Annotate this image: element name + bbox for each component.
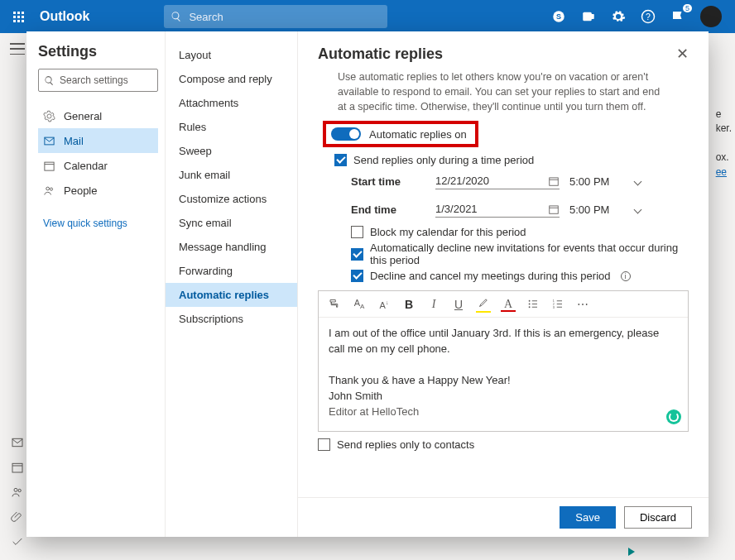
auto-replies-toggle[interactable] bbox=[331, 127, 361, 141]
checkbox-decline-label: Automatically decline new invitations fo… bbox=[370, 242, 689, 266]
close-icon[interactable]: ✕ bbox=[676, 45, 689, 63]
notifications-icon[interactable]: 5 bbox=[670, 9, 685, 24]
italic-icon[interactable]: I bbox=[426, 298, 441, 311]
nav-general[interactable]: General bbox=[38, 103, 158, 128]
ad-indicator-icon bbox=[628, 548, 635, 556]
checkbox-block-label: Block my calendar for this period bbox=[370, 226, 526, 238]
editor-signature-name: John Smith bbox=[329, 389, 678, 404]
more-icon[interactable]: ⋯ bbox=[575, 298, 590, 311]
start-time-input[interactable]: 5:00 PM bbox=[569, 175, 644, 188]
settings-gear-icon[interactable] bbox=[611, 9, 626, 24]
checkbox-contacts-label: Send replies only to contacts bbox=[337, 438, 474, 451]
svg-rect-3 bbox=[590, 14, 594, 19]
save-button[interactable]: Save bbox=[560, 506, 616, 529]
account-avatar[interactable] bbox=[700, 6, 722, 27]
pane-title: Automatic replies bbox=[318, 45, 443, 63]
end-time-label: End time bbox=[351, 203, 425, 216]
highlight-icon[interactable] bbox=[476, 296, 491, 312]
mail-icon bbox=[43, 135, 55, 147]
underline-icon[interactable]: U bbox=[451, 298, 466, 311]
nav-people[interactable]: People bbox=[38, 178, 158, 203]
chevron-down-icon bbox=[634, 205, 642, 213]
checkbox-cancel-meetings[interactable] bbox=[351, 270, 363, 282]
subnav-compose[interactable]: Compose and reply bbox=[166, 67, 297, 91]
svg-point-10 bbox=[18, 489, 21, 491]
app-launcher-icon[interactable] bbox=[7, 5, 30, 28]
svg-rect-6 bbox=[12, 438, 22, 446]
svg-rect-18 bbox=[550, 206, 559, 213]
view-quick-settings-link[interactable]: View quick settings bbox=[38, 211, 158, 236]
subnav-junk[interactable]: Junk email bbox=[166, 163, 297, 187]
discard-button[interactable]: Discard bbox=[624, 506, 692, 529]
settings-modal: Settings Search settings General Mail Ca… bbox=[26, 31, 709, 537]
end-time-input[interactable]: 5:00 PM bbox=[569, 203, 644, 216]
global-search[interactable]: Search bbox=[164, 5, 387, 28]
subnav-rules[interactable]: Rules bbox=[166, 115, 297, 139]
end-date-input[interactable]: 1/3/2021 bbox=[435, 201, 560, 218]
font-color-icon[interactable]: A bbox=[501, 298, 516, 311]
auto-replies-toggle-label: Automatic replies on bbox=[369, 128, 467, 141]
help-icon[interactable]: ? bbox=[641, 9, 656, 24]
global-search-placeholder: Search bbox=[189, 11, 223, 23]
subnav-sweep[interactable]: Sweep bbox=[166, 139, 297, 163]
svg-rect-12 bbox=[45, 162, 54, 170]
todo-rail-icon[interactable] bbox=[11, 535, 24, 548]
start-date-input[interactable]: 12/21/2020 bbox=[435, 173, 560, 189]
people-rail-icon[interactable] bbox=[11, 486, 24, 499]
font-increase-icon[interactable]: AA bbox=[352, 298, 367, 310]
start-time-label: Start time bbox=[351, 175, 425, 188]
subnav-customize[interactable]: Customize actions bbox=[166, 187, 297, 211]
teams-icon[interactable] bbox=[581, 9, 596, 24]
number-list-icon[interactable]: 123 bbox=[550, 298, 565, 310]
svg-point-9 bbox=[14, 488, 17, 491]
subnav-message-handling[interactable]: Message handling bbox=[166, 235, 297, 259]
subnav-sync[interactable]: Sync email bbox=[166, 211, 297, 235]
svg-text:S: S bbox=[556, 12, 561, 21]
hamburger-icon[interactable] bbox=[10, 43, 25, 55]
settings-search-placeholder: Search settings bbox=[60, 74, 128, 86]
checkbox-decline-new[interactable] bbox=[351, 248, 363, 261]
editor-line: I am out of the office until January 3rd… bbox=[329, 326, 678, 357]
subnav-forwarding[interactable]: Forwarding bbox=[166, 259, 297, 283]
bullet-list-icon[interactable] bbox=[526, 298, 540, 310]
paint-format-icon[interactable] bbox=[327, 298, 342, 310]
grammarly-icon[interactable] bbox=[666, 409, 681, 424]
header-actions: S ? 5 bbox=[551, 6, 722, 27]
editor-signature-title: Editor at HelloTech bbox=[329, 404, 678, 420]
subnav-subscriptions[interactable]: Subscriptions bbox=[166, 307, 297, 331]
editor-toolbar: AA A↓ B I U A 123 ⋯ bbox=[319, 291, 688, 318]
bold-icon[interactable]: B bbox=[401, 298, 416, 311]
svg-rect-7 bbox=[12, 463, 22, 472]
checkbox-block-calendar[interactable] bbox=[351, 226, 363, 238]
info-icon[interactable]: i bbox=[621, 271, 631, 281]
svg-point-21 bbox=[529, 304, 531, 305]
checkbox-cancel-label: Decline and cancel my meetings during th… bbox=[370, 270, 611, 282]
checkbox-contacts-only[interactable] bbox=[318, 438, 330, 451]
pane-description: Use automatic replies to let others know… bbox=[318, 69, 689, 119]
settings-title: Settings bbox=[38, 43, 158, 60]
checkbox-time-period[interactable] bbox=[334, 154, 347, 166]
skype-icon[interactable]: S bbox=[551, 9, 566, 24]
nav-calendar[interactable]: Calendar bbox=[38, 153, 158, 178]
settings-content: Automatic replies ✕ Use automatic replie… bbox=[298, 31, 709, 537]
subnav-auto-replies[interactable]: Automatic replies bbox=[166, 283, 297, 307]
notification-badge: 5 bbox=[683, 4, 692, 12]
attach-rail-icon[interactable] bbox=[11, 510, 24, 524]
svg-point-14 bbox=[46, 187, 50, 190]
search-icon bbox=[44, 75, 55, 86]
svg-rect-16 bbox=[550, 178, 559, 185]
subnav-layout[interactable]: Layout bbox=[166, 43, 297, 67]
editor-line: Thank you & have a Happy New Year! bbox=[329, 373, 678, 389]
nav-mail[interactable]: Mail bbox=[38, 128, 158, 153]
search-icon bbox=[171, 11, 182, 22]
mail-rail-icon[interactable] bbox=[11, 436, 24, 449]
svg-text:3: 3 bbox=[553, 306, 555, 309]
subnav-attachments[interactable]: Attachments bbox=[166, 91, 297, 115]
font-decrease-icon[interactable]: A↓ bbox=[377, 299, 392, 310]
obscured-link[interactable]: ee bbox=[716, 166, 727, 178]
people-icon bbox=[43, 184, 55, 197]
editor-body[interactable]: I am out of the office until January 3rd… bbox=[319, 318, 688, 431]
calendar-rail-icon[interactable] bbox=[11, 461, 24, 474]
settings-search[interactable]: Search settings bbox=[38, 69, 158, 92]
svg-rect-2 bbox=[583, 12, 592, 22]
